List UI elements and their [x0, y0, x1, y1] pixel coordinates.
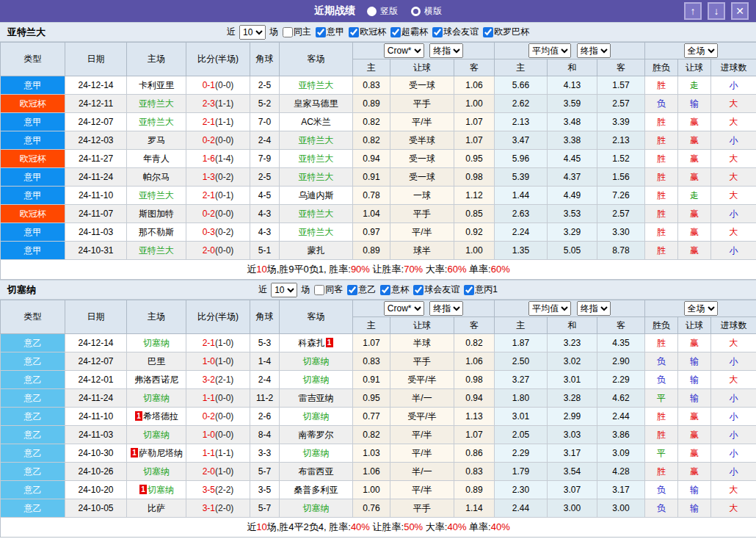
- summary-row: 近10场,胜4平2负4, 胜率:40% 让胜率:50% 大率:40% 单率:40…: [1, 518, 756, 538]
- home-team-name: 切塞纳: [143, 393, 170, 403]
- recent-count-select[interactable]: 10: [239, 25, 266, 40]
- league-filter-checkbox[interactable]: [464, 285, 474, 295]
- odds-provider-select[interactable]: Crow*: [384, 301, 424, 316]
- score: 3-1(2-0): [186, 499, 250, 518]
- odds-away: 1.07: [454, 426, 495, 444]
- away-team-name: 切塞纳: [303, 411, 330, 422]
- home-team: 切塞纳: [127, 426, 186, 444]
- scope-select[interactable]: 全场: [684, 301, 718, 316]
- home-team: 切塞纳: [127, 389, 186, 408]
- scope-select[interactable]: 全场: [684, 43, 718, 58]
- league-filter-text: 欧冠杯: [360, 26, 386, 38]
- league-filter-checkbox[interactable]: [316, 27, 326, 37]
- move-up-button[interactable]: ↑: [684, 2, 702, 20]
- red-card-badge: 1: [139, 485, 147, 494]
- odds-stage-select[interactable]: 终指: [429, 43, 463, 58]
- avg-draw: 5.05: [548, 242, 597, 260]
- league-badge: 欧冠杯: [1, 95, 65, 113]
- move-down-button[interactable]: ↓: [708, 2, 725, 20]
- halftime-score: (0-0): [215, 245, 233, 256]
- league-filter[interactable]: 球会友谊: [429, 26, 479, 38]
- league-filter-checkbox[interactable]: [413, 285, 424, 295]
- odds-away: 1.00: [454, 242, 495, 260]
- halftime-score: (0-0): [215, 411, 233, 422]
- away-team: 切塞纳: [280, 352, 353, 371]
- fulltime-score: 1-6: [203, 153, 215, 164]
- subcol-avg-draw: 和: [548, 317, 597, 334]
- league-filter-checkbox[interactable]: [283, 27, 293, 37]
- league-filter-checkbox[interactable]: [390, 27, 401, 37]
- league-filter[interactable]: 球会友谊: [410, 283, 459, 296]
- home-team-name: 亚特兰大: [139, 98, 174, 109]
- league-filter[interactable]: 欧罗巴杯: [480, 26, 529, 38]
- avg-stage-select[interactable]: 终指: [577, 301, 611, 316]
- summary-text: 90%: [351, 264, 370, 275]
- league-filter[interactable]: 欧冠杯: [346, 26, 386, 38]
- league-filter[interactable]: 意杯: [377, 283, 409, 296]
- match-date: 24-11-10: [65, 187, 127, 205]
- home-team-name: 切塞纳: [148, 485, 174, 495]
- summary-text: 场,胜9平0负1, 胜率:: [267, 264, 351, 275]
- avg-home: 5.66: [495, 76, 548, 95]
- subcol-odds-home: 主: [353, 317, 390, 334]
- summary-text: 10: [256, 264, 266, 275]
- score: 2-3(1-1): [186, 95, 250, 113]
- avg-stage-select[interactable]: 终指: [577, 43, 611, 58]
- avg-away: 1.57: [597, 76, 645, 95]
- home-team: 亚特兰大: [127, 95, 186, 113]
- league-filter-checkbox[interactable]: [347, 285, 357, 295]
- league-filter-checkbox[interactable]: [349, 27, 359, 37]
- recent-count-select[interactable]: 10: [271, 283, 297, 297]
- radio-unselected-icon: [411, 7, 421, 16]
- league-filter-checkbox[interactable]: [314, 285, 324, 295]
- avg-source-select[interactable]: 平均值: [528, 301, 571, 316]
- odds-away: 1.07: [454, 131, 495, 150]
- league-filter[interactable]: 意甲: [313, 26, 344, 38]
- avg-source-select[interactable]: 平均值: [528, 43, 571, 58]
- league-filter[interactable]: 同主: [280, 26, 311, 38]
- halftime-score: (2-0): [215, 503, 233, 513]
- view-mode-radio-horizontal[interactable]: 横版: [411, 5, 442, 18]
- result-goals: 小: [711, 76, 756, 95]
- handicap-line: 平/半: [390, 223, 454, 242]
- odds-provider-select[interactable]: Crow*: [384, 43, 424, 58]
- table-row: 意乙24-11-24切塞纳1-1(0-0)11-2雷吉亚纳0.95半/一0.94…: [1, 389, 756, 408]
- league-filter-checkbox[interactable]: [380, 285, 390, 295]
- subcol-handicap: 让球: [390, 317, 454, 334]
- league-filter-checkbox[interactable]: [483, 27, 493, 37]
- odds-home: 0.78: [353, 187, 390, 205]
- view-mode-horizontal-label: 横版: [424, 5, 442, 18]
- handicap-line: 受一球: [390, 168, 454, 187]
- summary-text: 近: [247, 264, 256, 275]
- league-filter[interactable]: 超霸杯: [388, 26, 428, 38]
- result-outcome: 胜: [645, 113, 678, 131]
- away-team: 切塞纳: [280, 499, 353, 518]
- away-team: 南蒂罗尔: [280, 426, 353, 444]
- subcol-outcome: 胜负: [645, 317, 678, 334]
- league-filter[interactable]: 意乙: [344, 283, 376, 296]
- result-outcome: 胜: [645, 205, 678, 223]
- avg-draw: 4.13: [548, 76, 597, 95]
- fulltime-score: 3-5: [203, 485, 215, 495]
- result-handicap: 赢: [678, 113, 711, 131]
- league-filter-checkbox[interactable]: [432, 27, 443, 37]
- odds-stage-select[interactable]: 终指: [429, 301, 463, 316]
- home-team: 1切塞纳: [127, 481, 186, 499]
- result-outcome: 胜: [645, 76, 678, 95]
- handicap-line: 平/半: [390, 481, 454, 499]
- avg-draw: 3.29: [548, 223, 597, 242]
- fulltime-score: 2-1: [203, 190, 215, 200]
- avg-draw: 3.48: [548, 113, 597, 131]
- halftime-score: (2-1): [215, 375, 233, 385]
- col-date: 日期: [65, 300, 127, 334]
- result-goals: 小: [711, 389, 756, 408]
- league-badge: 意乙: [1, 426, 65, 444]
- league-filter[interactable]: 意丙1: [461, 283, 498, 296]
- league-filter[interactable]: 同客: [311, 283, 343, 296]
- view-mode-radio-vertical[interactable]: 竖版: [367, 5, 398, 18]
- odds-home: 0.82: [353, 131, 390, 150]
- avg-home: 5.39: [495, 168, 548, 187]
- result-handicap: 赢: [678, 131, 711, 150]
- close-button[interactable]: ✕: [731, 2, 749, 20]
- home-team: 切塞纳: [127, 463, 186, 481]
